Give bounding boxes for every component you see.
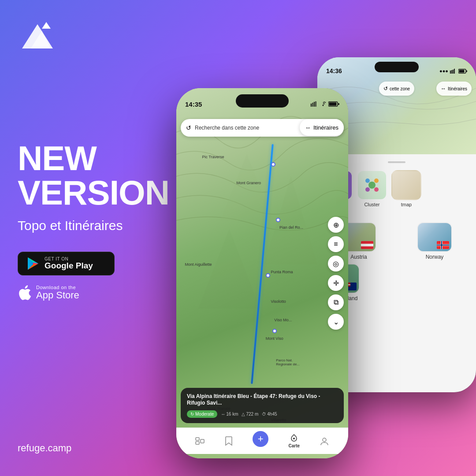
svg-rect-29 xyxy=(338,103,339,105)
austria-label: Austria xyxy=(350,254,367,260)
subtitle-text: Topo et Itinéraires xyxy=(18,217,167,234)
svg-point-26 xyxy=(323,105,324,106)
google-play-store-name: Google Play xyxy=(45,261,93,271)
map-label-8: Mont Viso xyxy=(266,336,283,341)
location-control[interactable]: ⊕ xyxy=(328,217,344,233)
tab-map-label: Carte xyxy=(288,443,300,448)
svg-marker-2 xyxy=(42,22,51,29)
route-title: Via Alpina Itinéraire Bleu - Étape 47: R… xyxy=(187,393,338,407)
svg-rect-31 xyxy=(196,442,199,444)
app-store-store-name: App Store xyxy=(36,290,79,301)
svg-rect-30 xyxy=(196,438,199,440)
app-logo xyxy=(18,18,57,53)
map-label-5: Punta Roma xyxy=(271,270,293,274)
left-content-area: NEW VERSION Topo et Itinéraires xyxy=(18,141,167,301)
svg-marker-21 xyxy=(198,229,260,309)
status-icons xyxy=(311,101,339,107)
layers-control[interactable]: ⧉ xyxy=(328,294,344,310)
back-search-pill[interactable]: ↺ cette zone xyxy=(379,82,414,96)
back-dynamic-island xyxy=(375,62,419,72)
svg-rect-22 xyxy=(311,104,312,107)
tab-map[interactable]: Carte xyxy=(288,434,300,448)
svg-rect-8 xyxy=(451,70,452,74)
back-phone-time: 14:36 xyxy=(326,67,342,74)
map-label-9: Parco Nat.Regionale de... xyxy=(276,358,300,366)
elevation-stat: △ 722 m xyxy=(242,412,258,416)
map-label-3: Pian del Ro... xyxy=(279,225,303,230)
front-phone-time: 14:35 xyxy=(185,100,202,108)
tab-profile[interactable] xyxy=(320,437,329,446)
map-style-topo-label: tmap xyxy=(401,202,412,207)
map-label-2: Mont Granero xyxy=(237,181,261,185)
back-search-text: cette zone xyxy=(390,86,410,91)
svg-rect-24 xyxy=(314,102,315,107)
svg-rect-13 xyxy=(466,70,467,72)
norway-thumb xyxy=(417,222,452,252)
zoom-control[interactable]: ✛ xyxy=(328,275,344,291)
back-itineraires-label: Itinéraires xyxy=(448,86,467,91)
route-card: Via Alpina Itinéraire Bleu - Étape 47: R… xyxy=(181,388,344,423)
front-dynamic-island xyxy=(236,94,289,108)
svg-point-14 xyxy=(368,182,376,189)
map-controls: ⊕ ≡ ◎ ✛ ⧉ ⌄ xyxy=(328,217,344,330)
svg-point-16 xyxy=(374,178,379,183)
google-play-text-block: GET IT ON Google Play xyxy=(45,257,93,271)
map-label-6: Visolotto xyxy=(271,299,286,304)
duration-value: 4h45 xyxy=(267,412,277,416)
poi-1 xyxy=(271,162,275,167)
map-label-1: Pic Traverse xyxy=(202,155,224,159)
apple-icon xyxy=(18,284,32,301)
map-style-topo[interactable]: tmap xyxy=(391,170,421,207)
svg-point-34 xyxy=(323,438,326,442)
tab-routes[interactable] xyxy=(195,437,205,445)
phone-front: Pic Traverse Mont Granero Pian del Ro...… xyxy=(176,88,348,458)
search-bar-text: Recherche dans cette zone xyxy=(195,125,259,131)
layer-control[interactable]: ≡ xyxy=(328,236,344,252)
headline-line1: NEW xyxy=(18,141,167,175)
difficulty-badge: ↻ Moderate xyxy=(187,410,217,418)
map-label-4: Mont Aiguillette xyxy=(185,262,212,267)
svg-point-17 xyxy=(374,187,379,192)
svg-rect-28 xyxy=(329,103,337,106)
svg-point-15 xyxy=(365,178,370,183)
compass-control[interactable]: ◎ xyxy=(328,256,344,271)
svg-rect-9 xyxy=(453,70,454,74)
duration-stat: ⏱ 4h45 xyxy=(262,412,277,416)
itineraires-pill[interactable]: ↔ Itinéraires xyxy=(300,119,344,136)
google-play-button[interactable]: GET IT ON Google Play xyxy=(18,252,115,275)
store-buttons-container: GET IT ON Google Play Download on the Ap… xyxy=(18,252,167,301)
chevron-down-control[interactable]: ⌄ xyxy=(328,314,344,330)
map-label-7: Viso Mo... xyxy=(274,318,292,322)
map-style-cluster-label: Cluster xyxy=(364,202,380,207)
tab-add[interactable]: + xyxy=(253,435,268,447)
route-stats: ↻ Moderate ↔ 16 km △ 722 m ⏱ xyxy=(187,410,338,418)
itineraires-label: Itinéraires xyxy=(313,124,338,131)
headline-text: NEW VERSION xyxy=(18,141,167,210)
elevation-value: 722 m xyxy=(246,412,258,416)
domain-text: refuge.camp xyxy=(18,443,71,454)
svg-rect-10 xyxy=(454,69,455,74)
svg-rect-25 xyxy=(316,101,316,107)
sheet-handle xyxy=(388,161,405,163)
svg-rect-23 xyxy=(312,103,313,107)
svg-rect-12 xyxy=(459,70,465,72)
distance-stat: ↔ 16 km xyxy=(221,412,238,416)
tab-bar: + Carte xyxy=(176,428,348,454)
headline-line2: VERSION xyxy=(18,175,167,210)
google-play-icon xyxy=(26,257,40,271)
main-background: NEW VERSION Topo et Itinéraires xyxy=(0,0,476,476)
svg-point-18 xyxy=(365,187,370,192)
phones-container: 14:36 ●●● ↺ cette zone ↔ I xyxy=(167,35,476,467)
map-style-cluster[interactable]: Cluster xyxy=(357,170,387,207)
svg-rect-7 xyxy=(450,71,451,74)
app-store-button[interactable]: Download on the App Store xyxy=(18,284,115,301)
app-store-text-block: Download on the App Store xyxy=(36,285,79,301)
difficulty-label: Moderate xyxy=(195,412,214,416)
front-phone-screen: Pic Traverse Mont Granero Pian del Ro...… xyxy=(176,88,348,458)
back-itineraires-pill[interactable]: ↔ Itinéraires xyxy=(436,82,472,96)
norway-label: Norway xyxy=(426,254,444,260)
tab-bookmarks[interactable] xyxy=(225,436,233,446)
svg-marker-19 xyxy=(220,154,273,220)
country-item-norway[interactable]: Norway xyxy=(398,222,471,260)
svg-rect-32 xyxy=(201,439,204,443)
